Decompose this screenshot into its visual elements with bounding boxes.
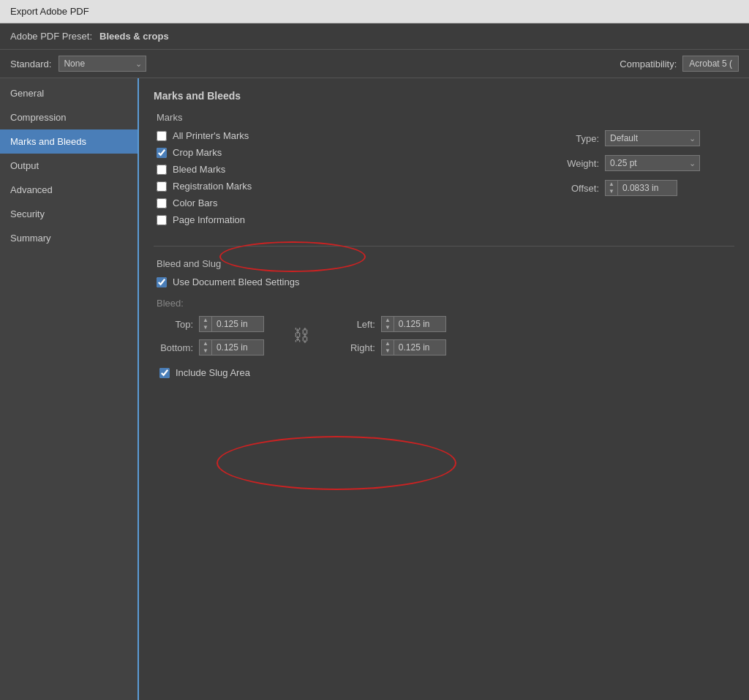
bleed-right-spinner[interactable]: ▲ ▼ [381, 339, 446, 355]
standard-label: Standard: [10, 59, 51, 69]
compat-value: Acrobat 5 ( [682, 56, 739, 72]
include-slug-row: Include Slug Area [159, 367, 734, 378]
bleed-left-down[interactable]: ▼ [382, 324, 394, 331]
page-info-row: Page Information [157, 214, 537, 225]
offset-spinner-arrows[interactable]: ▲ ▼ [606, 181, 618, 195]
bleed-right-arrows[interactable]: ▲ ▼ [382, 340, 394, 355]
bleed-slug-subsection-title: Bleed and Slug [157, 258, 734, 269]
crop-marks-checkbox[interactable] [157, 148, 167, 158]
link-icon: ⛓ [293, 326, 309, 345]
bleed-left-row: Left: ▲ ▼ [339, 316, 446, 332]
bleed-right-down[interactable]: ▼ [382, 347, 394, 355]
include-slug-checkbox[interactable] [159, 368, 170, 378]
dialog-title: Export Adobe PDF [10, 6, 89, 17]
bleed-top-down[interactable]: ▼ [200, 324, 211, 331]
sidebar: General Compression Marks and Bleeds Out… [0, 78, 139, 700]
standard-select-wrapper[interactable]: None PDF/X-1a PDF/X-3 PDF/X-4 [59, 56, 146, 72]
offset-row: Offset: ▲ ▼ [559, 180, 734, 196]
sidebar-item-compression[interactable]: Compression [0, 105, 138, 129]
bleed-bottom-down[interactable]: ▼ [200, 347, 211, 355]
bleed-left-col: Top: ▲ ▼ Bottom: [157, 316, 264, 355]
bleed-top-up[interactable]: ▲ [200, 317, 211, 324]
marks-checkboxes: All Printer's Marks Crop Marks Bleed Mar… [154, 130, 537, 231]
color-bars-label[interactable]: Color Bars [173, 197, 217, 208]
use-doc-bleed-label[interactable]: Use Document Bleed Settings [173, 276, 299, 287]
crop-marks-row: Crop Marks [157, 147, 537, 158]
color-bars-row: Color Bars [157, 197, 537, 208]
sidebar-item-advanced[interactable]: Advanced [0, 178, 138, 202]
marks-section: Marks All Printer's Marks Crop Marks Ble… [154, 112, 734, 231]
offset-down-arrow[interactable]: ▼ [606, 188, 617, 195]
color-bars-checkbox[interactable] [157, 198, 167, 208]
bleed-left-spinner[interactable]: ▲ ▼ [381, 316, 446, 332]
bleed-left-arrows[interactable]: ▲ ▼ [382, 317, 394, 331]
marks-controls: Type: Default J-Mark Roman Weight: [559, 130, 734, 231]
bleed-inputs-area: Top: ▲ ▼ Bottom: [157, 316, 734, 355]
bleed-marks-label[interactable]: Bleed Marks [173, 164, 225, 175]
bleed-bottom-spinner[interactable]: ▲ ▼ [199, 339, 264, 355]
registration-marks-checkbox[interactable] [157, 181, 167, 192]
bleed-bottom-up[interactable]: ▲ [200, 340, 211, 347]
offset-spinner[interactable]: ▲ ▼ [605, 180, 677, 196]
sidebar-item-output[interactable]: Output [0, 154, 138, 178]
bleed-top-input[interactable] [212, 317, 263, 331]
offset-label: Offset: [559, 183, 599, 194]
crop-marks-label[interactable]: Crop Marks [173, 147, 222, 158]
use-doc-bleed-checkbox[interactable] [157, 277, 167, 287]
compat-label: Compatibility: [620, 59, 677, 69]
bleed-top-label: Top: [157, 319, 193, 330]
use-doc-bleed-row: Use Document Bleed Settings [157, 276, 734, 287]
all-printers-marks-checkbox[interactable] [157, 131, 167, 141]
offset-up-arrow[interactable]: ▲ [606, 181, 617, 188]
bleed-left-input[interactable] [394, 317, 445, 331]
bleed-top-spinner[interactable]: ▲ ▼ [199, 316, 264, 332]
all-printers-marks-label[interactable]: All Printer's Marks [173, 130, 249, 141]
bleed-bottom-row: Bottom: ▲ ▼ [157, 339, 264, 355]
offset-input[interactable] [618, 181, 677, 195]
bleed-bottom-label: Bottom: [157, 342, 193, 353]
weight-select[interactable]: 0.25 pt 0.50 pt 1.00 pt [605, 155, 700, 171]
chain-link-icon: ⛓ [293, 326, 309, 345]
bleed-section: Bleed and Slug Use Document Bleed Settin… [154, 258, 734, 378]
second-row: Standard: None PDF/X-1a PDF/X-3 PDF/X-4 … [0, 50, 749, 78]
page-info-checkbox[interactable] [157, 215, 167, 225]
bleed-bottom-arrows[interactable]: ▲ ▼ [200, 340, 212, 355]
weight-label: Weight: [559, 158, 599, 169]
bleed-marks-row: Bleed Marks [157, 164, 537, 175]
section-divider [154, 246, 734, 246]
standard-select[interactable]: None PDF/X-1a PDF/X-3 PDF/X-4 [59, 56, 146, 72]
bleed-label: Bleed: [157, 298, 734, 309]
sidebar-item-general[interactable]: General [0, 81, 138, 105]
page-info-label[interactable]: Page Information [173, 214, 245, 225]
all-printers-marks-row: All Printer's Marks [157, 130, 537, 141]
bleed-top-arrows[interactable]: ▲ ▼ [200, 317, 212, 331]
bleed-right-row: Right: ▲ ▼ [339, 339, 446, 355]
sidebar-item-marks-and-bleeds[interactable]: Marks and Bleeds [0, 129, 138, 154]
weight-row: Weight: 0.25 pt 0.50 pt 1.00 pt [559, 155, 734, 171]
content-panel: Marks and Bleeds Marks All Printer's Mar… [139, 78, 749, 700]
main-content: General Compression Marks and Bleeds Out… [0, 78, 749, 700]
registration-marks-label[interactable]: Registration Marks [173, 181, 252, 192]
type-select[interactable]: Default J-Mark Roman [605, 130, 700, 146]
bleed-top-row: Top: ▲ ▼ [157, 316, 264, 332]
section-title: Marks and Bleeds [154, 90, 734, 102]
top-controls: Adobe PDF Preset: Bleeds & crops [0, 23, 749, 50]
type-select-wrapper[interactable]: Default J-Mark Roman [605, 130, 700, 146]
include-slug-label[interactable]: Include Slug Area [176, 367, 250, 378]
bleed-left-up[interactable]: ▲ [382, 317, 394, 324]
bleed-left-label: Left: [339, 319, 375, 330]
bleed-bottom-input[interactable] [212, 341, 263, 354]
marks-subsection-title: Marks [157, 112, 734, 123]
bleed-right-input[interactable] [394, 341, 445, 354]
bleed-right-up[interactable]: ▲ [382, 340, 394, 347]
sidebar-item-summary[interactable]: Summary [0, 226, 138, 250]
bleed-subsection: Bleed: Top: ▲ ▼ [157, 298, 734, 378]
weight-select-wrapper[interactable]: 0.25 pt 0.50 pt 1.00 pt [605, 155, 700, 171]
registration-marks-row: Registration Marks [157, 181, 537, 192]
bleed-right-col: Left: ▲ ▼ Right: [339, 316, 446, 355]
bleed-right-label: Right: [339, 342, 375, 353]
bleed-marks-checkbox[interactable] [157, 165, 167, 175]
type-row: Type: Default J-Mark Roman [559, 130, 734, 146]
title-bar: Export Adobe PDF [0, 0, 749, 23]
sidebar-item-security[interactable]: Security [0, 202, 138, 226]
